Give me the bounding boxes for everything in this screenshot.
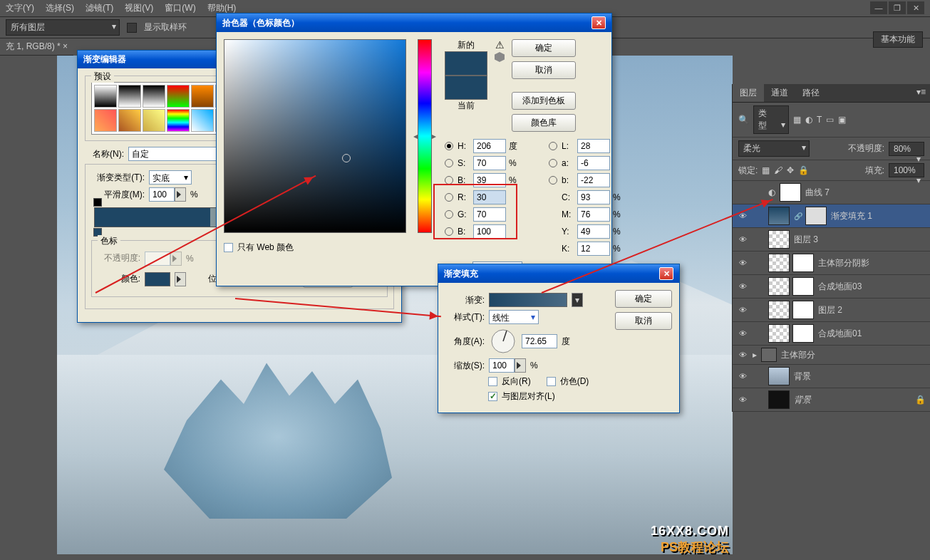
tab-layers[interactable]: 图层 — [733, 84, 764, 102]
angle-input[interactable] — [522, 334, 557, 348]
c-input[interactable] — [577, 190, 610, 204]
minimize-button[interactable]: — — [870, 1, 887, 14]
layer-row[interactable]: 👁背景🔒 — [733, 388, 930, 412]
gradient-fill-title: 渐变填充 — [444, 268, 478, 280]
all-layers-dropdown[interactable]: 所有图层 — [6, 19, 120, 36]
add-swatch-button[interactable]: 添加到色板 — [512, 92, 576, 110]
eye-icon[interactable]: 👁 — [737, 257, 748, 269]
filter-smart-icon[interactable]: ▣ — [838, 115, 846, 125]
lock-pixels-icon[interactable]: ▦ — [762, 165, 770, 175]
document-tab[interactable]: 充 1, RGB/8) * × — [0, 38, 73, 56]
blend-mode-select[interactable]: 柔光 — [738, 140, 810, 157]
filter-shape-icon[interactable]: ▭ — [826, 115, 834, 125]
style-select[interactable]: 线性▾ — [489, 310, 539, 324]
rgb-highlight — [433, 184, 517, 239]
layers-panel: 图层 通道 路径 ▾≡ 🔍类型 ▦ ◐ T ▭ ▣ 柔光 不透明度: 80% 锁… — [732, 84, 930, 412]
angle-dial[interactable] — [489, 327, 517, 356]
y-input[interactable] — [577, 224, 610, 239]
cube-icon[interactable] — [495, 52, 505, 62]
eye-icon[interactable]: 👁 — [737, 328, 748, 339]
menu-filter[interactable]: 滤镜(T) — [86, 2, 113, 14]
eye-icon[interactable]: 👁 — [737, 370, 748, 382]
color-picker-circle[interactable] — [342, 154, 351, 162]
layer-row[interactable]: 👁▸主体部分 — [733, 346, 930, 365]
color-picker-dialog: 拾色器（色标颜色） ✕ ◂▸ 只有 Web 颜色 新的 当前 ⚠ — [216, 13, 612, 286]
lock-position-icon[interactable]: ✥ — [787, 165, 794, 175]
opacity-stop[interactable] — [93, 198, 102, 207]
color-library-button[interactable]: 颜色库 — [512, 114, 576, 132]
eye-icon[interactable]: 👁 — [737, 234, 748, 245]
s-input[interactable] — [473, 156, 506, 170]
close-icon[interactable]: ✕ — [591, 16, 606, 29]
cancel-button[interactable]: 取消 — [615, 312, 672, 330]
color-field[interactable] — [224, 39, 406, 233]
layer-row[interactable]: 👁背景 — [733, 365, 930, 388]
a-radio[interactable] — [549, 159, 557, 167]
ok-button[interactable]: 确定 — [615, 290, 672, 308]
web-only-checkbox[interactable] — [224, 243, 233, 252]
kind-select[interactable]: 类型 — [753, 105, 789, 134]
m-input[interactable] — [577, 207, 610, 222]
tab-paths[interactable]: 路径 — [795, 84, 827, 102]
eye-icon[interactable]: 👁 — [737, 304, 748, 316]
gradient-dropdown-icon[interactable]: ▾ — [572, 293, 583, 307]
ok-button[interactable]: 确定 — [512, 39, 576, 57]
lock-paint-icon[interactable]: 🖌 — [774, 165, 782, 175]
color-swatch[interactable] — [145, 272, 170, 286]
stops-label: 色标 — [98, 235, 120, 247]
lock-all-icon[interactable]: 🔒 — [798, 165, 809, 175]
gradient-fill-titlebar[interactable]: 渐变填充 ✕ — [438, 264, 679, 283]
cancel-button[interactable]: 取消 — [512, 61, 576, 79]
lab-b-input[interactable] — [577, 173, 610, 187]
maximize-button[interactable]: ❐ — [889, 1, 906, 14]
align-checkbox[interactable] — [488, 392, 497, 401]
close-button[interactable]: ✕ — [907, 1, 924, 14]
current-color-swatch[interactable] — [445, 76, 487, 100]
scale-input[interactable] — [489, 358, 526, 373]
filter-type-icon[interactable]: T — [817, 115, 822, 125]
show-sample-ring-checkbox[interactable] — [127, 23, 137, 33]
eye-icon[interactable]: 👁 — [737, 394, 748, 405]
layer-row[interactable]: 👁🔗渐变填充 1 — [733, 204, 930, 228]
close-icon[interactable]: ✕ — [659, 267, 673, 280]
hue-slider[interactable] — [418, 39, 432, 233]
menu-select[interactable]: 选择(S) — [46, 2, 74, 14]
menu-view[interactable]: 视图(V) — [125, 2, 153, 14]
chevron-right-icon[interactable]: ▸ — [753, 350, 757, 360]
h-input[interactable] — [473, 139, 506, 153]
gradient-preview[interactable] — [489, 293, 567, 307]
reverse-checkbox[interactable] — [488, 377, 497, 386]
opacity-input[interactable]: 80% — [889, 142, 924, 156]
menu-window[interactable]: 窗口(W) — [165, 2, 195, 14]
layer-row[interactable]: 👁图层 3 — [733, 228, 930, 252]
eye-icon[interactable]: 👁 — [737, 281, 748, 292]
workspace-basic-button[interactable]: 基本功能 — [873, 31, 923, 48]
dither-checkbox[interactable] — [547, 377, 556, 386]
panel-tabs: 图层 通道 路径 ▾≡ — [733, 84, 930, 103]
smooth-input[interactable] — [149, 187, 186, 202]
l-input[interactable] — [577, 139, 610, 153]
h-radio[interactable] — [445, 142, 453, 150]
a-input[interactable] — [577, 156, 610, 170]
tab-channels[interactable]: 通道 — [764, 84, 795, 102]
eye-icon[interactable]: 👁 — [737, 349, 748, 361]
lab-b-radio[interactable] — [549, 176, 557, 185]
filter-pixel-icon[interactable]: ▦ — [793, 115, 801, 125]
filter-adjust-icon[interactable]: ◐ — [805, 115, 812, 125]
type-select[interactable]: 实底▾ — [149, 170, 192, 185]
layer-row[interactable]: 👁合成地面01 — [733, 322, 930, 346]
color-picker-titlebar[interactable]: 拾色器（色标颜色） ✕ — [217, 14, 611, 32]
s-radio[interactable] — [445, 159, 453, 167]
fill-input[interactable]: 100% — [889, 163, 924, 177]
watermark: 16XX8.COM PS教程论坛 — [651, 524, 729, 556]
new-color-swatch[interactable] — [445, 51, 487, 76]
l-radio[interactable] — [549, 142, 557, 150]
layer-row[interactable]: 👁主体部分阴影 — [733, 252, 930, 275]
layer-row[interactable]: 👁图层 2 — [733, 299, 930, 322]
color-dropdown-icon[interactable] — [175, 272, 186, 286]
panel-menu-icon[interactable]: ▾≡ — [912, 84, 930, 102]
show-sample-ring-label: 显示取样环 — [144, 21, 187, 33]
layer-row[interactable]: 👁合成地面03 — [733, 275, 930, 299]
k-input[interactable] — [577, 242, 610, 256]
menu-text[interactable]: 文字(Y) — [6, 2, 34, 14]
